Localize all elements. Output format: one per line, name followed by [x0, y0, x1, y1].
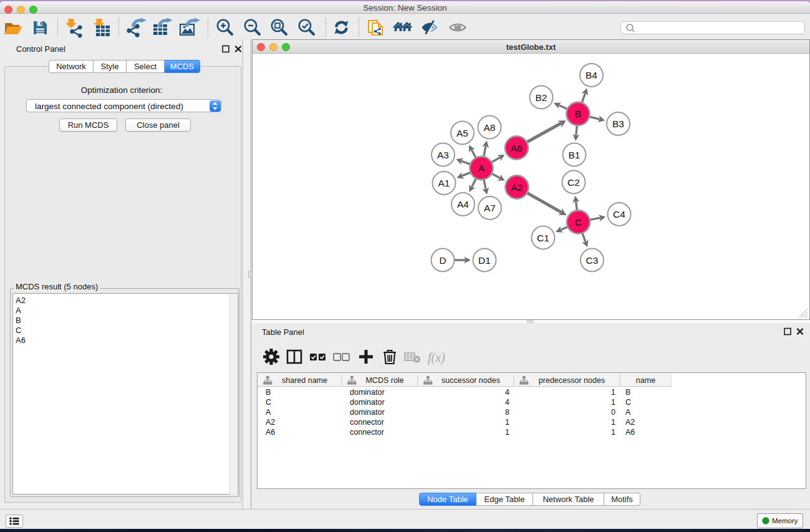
svg-text:B2: B2 [536, 92, 547, 103]
svg-text:A5: A5 [456, 128, 468, 138]
svg-text:C3: C3 [586, 255, 599, 266]
svg-text:A3: A3 [437, 150, 449, 160]
svg-text:name: name [636, 376, 655, 385]
svg-text:MCDS role: MCDS role [365, 376, 403, 385]
svg-text:A4: A4 [457, 199, 469, 210]
svg-text:B1: B1 [569, 150, 581, 160]
svg-text:C4: C4 [613, 209, 625, 220]
svg-text:A: A [478, 163, 485, 173]
svg-text:B: B [575, 109, 581, 119]
svg-text:successor nodes: successor nodes [441, 376, 500, 385]
svg-text:A6: A6 [511, 143, 523, 153]
svg-text:A1: A1 [438, 178, 450, 188]
svg-text:C: C [575, 217, 582, 228]
svg-text:shared name: shared name [282, 376, 327, 385]
svg-text:D1: D1 [478, 255, 491, 266]
svg-text:A2: A2 [511, 182, 523, 193]
svg-text:D: D [439, 255, 446, 266]
svg-text:B3: B3 [612, 118, 624, 129]
svg-text:predecessor nodes: predecessor nodes [539, 376, 605, 385]
svg-text:A8: A8 [484, 122, 496, 133]
svg-text:B4: B4 [586, 70, 597, 80]
svg-text:C2: C2 [567, 177, 580, 188]
svg-text:A7: A7 [484, 203, 496, 213]
svg-text:C1: C1 [537, 233, 549, 243]
